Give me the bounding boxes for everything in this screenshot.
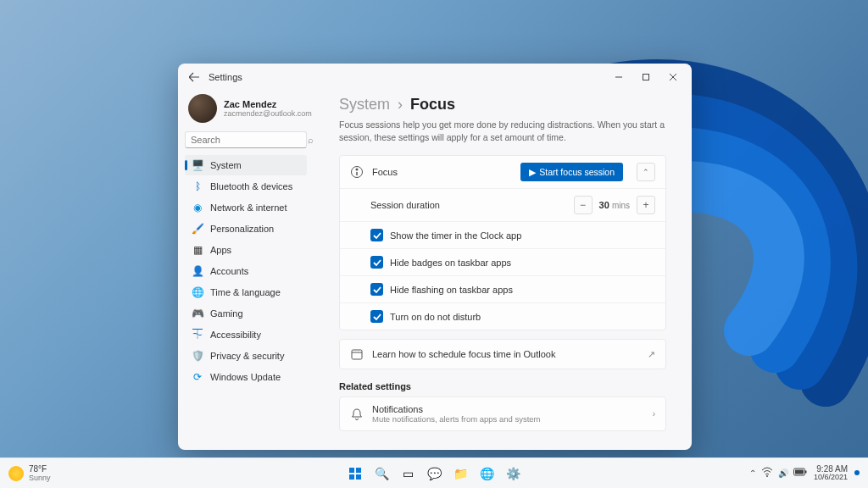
titlebar: Settings xyxy=(178,64,692,91)
close-button[interactable] xyxy=(663,67,683,87)
system-icon: 🖥️ xyxy=(192,159,203,171)
volume-icon[interactable]: 🔊 xyxy=(778,469,788,478)
system-tray[interactable]: ⌃ 🔊 xyxy=(749,466,807,480)
shield-icon: 🛡️ xyxy=(192,350,203,362)
checkbox-timer[interactable] xyxy=(370,229,383,241)
option-flashing: Hide flashing on taskbar apps xyxy=(340,275,665,302)
collapse-button[interactable]: ⌃ xyxy=(637,163,655,181)
search-input[interactable] xyxy=(191,135,308,145)
page-description: Focus sessions help you get more done by… xyxy=(339,119,666,143)
task-view[interactable]: ▭ xyxy=(396,462,420,485)
nav-system[interactable]: 🖥️System xyxy=(185,155,307,175)
search-icon: ⌕ xyxy=(308,135,314,145)
notifications-tray[interactable] xyxy=(854,470,860,475)
calendar-icon xyxy=(350,347,364,361)
nav-apps[interactable]: ▦Apps xyxy=(185,240,307,260)
decrease-button[interactable]: − xyxy=(574,196,593,214)
start-focus-button[interactable]: ▶Start focus session xyxy=(520,163,623,181)
svg-rect-1 xyxy=(643,75,649,80)
svg-point-10 xyxy=(766,475,768,477)
sun-icon xyxy=(8,466,24,481)
start-button[interactable] xyxy=(343,462,367,485)
svg-rect-12 xyxy=(795,470,804,474)
update-icon: ⟳ xyxy=(192,371,203,383)
wifi-icon: ◉ xyxy=(192,202,203,214)
focus-heading: Focus xyxy=(372,167,512,177)
breadcrumb: System › Focus xyxy=(339,96,666,114)
nav-bluetooth[interactable]: ᛒBluetooth & devices xyxy=(185,176,307,197)
user-email: zacmendez@outlook.com xyxy=(224,109,312,118)
svg-rect-7 xyxy=(356,468,361,473)
nav-personalization[interactable]: 🖌️Personalization xyxy=(185,219,307,239)
option-timer: Show the timer in the Clock app xyxy=(340,221,665,248)
nav-privacy[interactable]: 🛡️Privacy & security xyxy=(185,346,307,366)
taskbar: 78°FSunny 🔍 ▭ 💬 📁 🌐 ⚙️ ⌃ 🔊 9:28 AM 10/6/… xyxy=(0,458,868,488)
svg-rect-4 xyxy=(352,350,362,359)
minimize-button[interactable] xyxy=(609,67,629,87)
user-profile[interactable]: Zac Mendez zacmendez@outlook.com xyxy=(185,91,307,131)
breadcrumb-current: Focus xyxy=(410,96,455,113)
gamepad-icon: 🎮 xyxy=(192,308,203,319)
nav-time[interactable]: 🌐Time & language xyxy=(185,282,307,302)
globe-icon: 🌐 xyxy=(192,286,203,298)
user-name: Zac Mendez xyxy=(224,99,312,109)
focus-icon xyxy=(350,165,364,179)
notifications-link[interactable]: Notifications Mute notifications, alerts… xyxy=(339,396,666,431)
chevron-right-icon: › xyxy=(653,409,655,419)
accessibility-icon: ⏇ xyxy=(192,329,203,341)
svg-point-3 xyxy=(356,169,359,171)
outlook-link[interactable]: Learn how to schedule focus time in Outl… xyxy=(339,339,666,369)
taskbar-center: 🔍 ▭ 💬 📁 🌐 ⚙️ xyxy=(343,462,525,485)
brush-icon: 🖌️ xyxy=(192,223,203,235)
taskbar-explorer[interactable]: 📁 xyxy=(448,462,472,485)
maximize-button[interactable] xyxy=(636,67,656,87)
focus-card: Focus ▶Start focus session ⌃ Session dur… xyxy=(339,155,666,330)
person-icon: 👤 xyxy=(192,265,203,277)
settings-window: Settings Zac Mendez zacmendez@outlook.co… xyxy=(178,64,692,450)
nav-accessibility[interactable]: ⏇Accessibility xyxy=(185,324,307,345)
duration-value: 30 mins xyxy=(594,200,635,210)
nav-network[interactable]: ◉Network & internet xyxy=(185,197,307,218)
bell-icon xyxy=(350,408,364,421)
avatar xyxy=(188,94,217,123)
checkbox-dnd[interactable] xyxy=(370,310,383,323)
back-button[interactable] xyxy=(186,69,202,85)
play-icon: ▶ xyxy=(529,167,536,177)
search-box[interactable]: ⌕ xyxy=(185,131,307,148)
nav-gaming[interactable]: 🎮Gaming xyxy=(185,303,307,324)
external-link-icon: ↗ xyxy=(648,349,655,360)
option-dnd: Turn on do not disturb xyxy=(340,302,665,330)
taskbar-search[interactable]: 🔍 xyxy=(370,462,393,485)
wifi-tray-icon[interactable] xyxy=(761,466,773,480)
nav-accounts[interactable]: 👤Accounts xyxy=(185,261,307,281)
window-title: Settings xyxy=(209,72,242,82)
svg-rect-9 xyxy=(356,474,361,480)
taskbar-settings[interactable]: ⚙️ xyxy=(501,462,525,485)
checkbox-flashing[interactable] xyxy=(370,283,383,296)
increase-button[interactable]: + xyxy=(637,196,655,214)
svg-rect-6 xyxy=(349,468,354,473)
option-badges: Hide badges on taskbar apps xyxy=(340,248,665,275)
sidebar: Zac Mendez zacmendez@outlook.com ⌕ 🖥️Sys… xyxy=(178,91,314,450)
main-panel: System › Focus Focus sessions help you g… xyxy=(314,91,692,450)
breadcrumb-parent[interactable]: System xyxy=(339,96,390,113)
nav-update[interactable]: ⟳Windows Update xyxy=(185,367,307,387)
related-heading: Related settings xyxy=(339,381,666,391)
taskbar-edge[interactable]: 🌐 xyxy=(475,462,498,485)
taskbar-clock[interactable]: 9:28 AM 10/6/2021 xyxy=(814,464,848,482)
svg-rect-8 xyxy=(349,474,354,480)
duration-row: Session duration − 30 mins + xyxy=(340,188,665,221)
checkbox-badges[interactable] xyxy=(370,256,383,269)
taskbar-chat[interactable]: 💬 xyxy=(422,462,446,485)
chevron-up-icon[interactable]: ⌃ xyxy=(749,469,756,478)
battery-icon[interactable] xyxy=(793,468,807,478)
taskbar-weather[interactable]: 78°FSunny xyxy=(8,464,51,482)
svg-rect-13 xyxy=(805,471,807,474)
apps-icon: ▦ xyxy=(192,244,203,256)
duration-stepper: − 30 mins + xyxy=(574,196,655,214)
bluetooth-icon: ᛒ xyxy=(192,180,203,192)
